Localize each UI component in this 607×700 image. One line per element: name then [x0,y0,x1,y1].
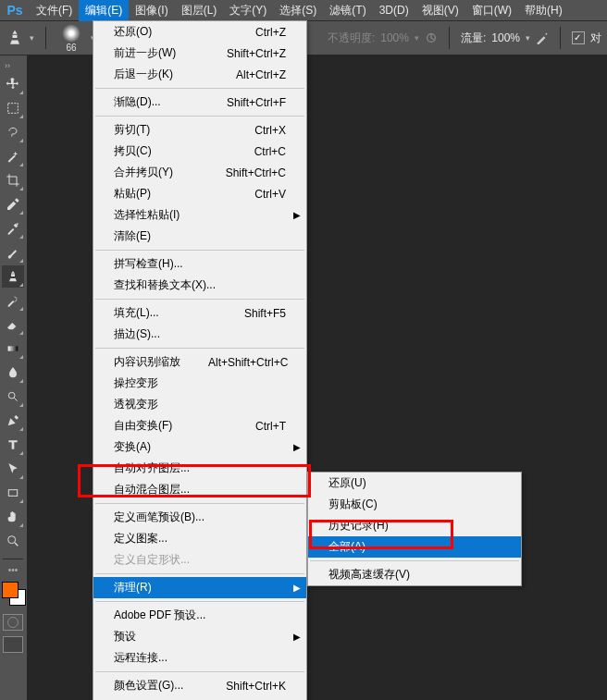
pen-tool[interactable] [2,410,24,432]
menu-select[interactable]: 选择(S) [273,0,323,21]
menu-row[interactable]: 颜色设置(G)...Shift+Ctrl+K [93,675,306,696]
edit-toolbar-icon[interactable]: ••• [8,565,19,575]
menu-row[interactable]: 清理(R)▶ [93,577,306,598]
menu-row[interactable]: 描边(S)... [93,324,306,345]
menu-type[interactable]: 文字(Y) [223,0,273,21]
menu-row-label: 远程连接... [114,650,167,666]
submenu-row[interactable]: 历史记录(H) [308,515,521,536]
quick-mask-toggle[interactable] [3,614,23,631]
submenu-row[interactable]: 还原(U) [308,473,521,494]
menu-view[interactable]: 视图(V) [415,0,465,21]
move-tool[interactable] [2,73,24,95]
menu-row[interactable]: 拷贝(C)Ctrl+C [93,141,306,162]
menu-row-shortcut: Alt+Ctrl+Z [236,68,286,81]
submenu-row-label: 视频高速缓存(V) [328,567,410,583]
menu-file[interactable]: 文件(F) [30,0,79,21]
opacity-chevron-icon[interactable]: ▾ [415,33,419,43]
gradient-tool[interactable] [2,338,24,360]
type-tool[interactable] [2,434,24,456]
menu-row[interactable]: 变换(A)▶ [93,436,306,458]
menu-row[interactable]: 自动混合图层... [93,479,306,500]
menu-row[interactable]: 自动对齐图层... [93,458,306,479]
menu-row-shortcut: Alt+Shift+Ctrl+C [208,356,288,369]
menu-row[interactable]: 选择性粘贴(I)▶ [93,204,306,226]
menu-row[interactable]: Adobe PDF 预设... [93,605,306,626]
menu-row[interactable]: 填充(L)...Shift+F5 [93,302,306,324]
rectangle-tool[interactable] [2,482,24,504]
zoom-tool[interactable] [2,530,24,552]
menu-image[interactable]: 图像(I) [129,0,174,21]
submenu-row[interactable]: 视频高速缓存(V) [308,564,521,585]
menu-row[interactable]: 前进一步(W)Shift+Ctrl+Z [93,43,306,64]
submenu-row[interactable]: 全部(A) [308,536,521,558]
hand-tool[interactable] [2,506,24,528]
menu-row[interactable]: 拼写检查(H)... [93,253,306,275]
clone-stamp-icon[interactable] [6,29,24,47]
menu-row[interactable]: 定义图案... [93,528,306,549]
menu-separator [95,601,304,602]
blur-tool[interactable] [2,362,24,384]
menu-row[interactable]: 剪切(T)Ctrl+X [93,119,306,141]
menu-row[interactable]: 合并拷贝(Y)Shift+Ctrl+C [93,162,306,183]
menu-row-label: 还原(O) [114,24,152,40]
submenu-row[interactable]: 剪贴板(C) [308,494,521,515]
menu-row-label: 定义画笔预设(B)... [114,510,204,525]
color-swatches[interactable] [1,581,25,608]
menu-3d[interactable]: 3D(D) [373,1,415,19]
menu-row-shortcut: Shift+Ctrl+K [226,680,286,693]
menu-row-label: 透视变形 [114,397,158,412]
menu-row[interactable]: 后退一步(K)Alt+Ctrl+Z [93,64,306,85]
menu-edit[interactable]: 编辑(E) [79,0,129,21]
menu-row-label: 变换(A) [114,439,151,455]
screen-mode-toggle[interactable] [3,636,23,653]
menu-row[interactable]: 查找和替换文本(X)... [93,275,306,296]
flow-value[interactable]: 100% [491,31,520,44]
marquee-tool[interactable] [2,97,24,119]
eraser-tool[interactable] [2,313,24,336]
menu-row[interactable]: 操控变形 [93,373,306,394]
history-brush-tool[interactable] [2,289,24,312]
menu-row[interactable]: 自由变换(F)Ctrl+T [93,415,306,436]
tool-preset-chevron-icon[interactable]: ▾ [30,33,34,43]
brush-preset-picker[interactable]: 66 [57,24,85,53]
dodge-tool[interactable] [2,386,24,408]
menu-help[interactable]: 帮助(H) [518,0,569,21]
airbrush-icon[interactable] [536,31,549,44]
brush-tool[interactable] [2,241,24,264]
menu-row[interactable]: 内容识别缩放Alt+Shift+Ctrl+C [93,351,306,373]
aligned-checkbox[interactable] [572,31,585,44]
menu-window[interactable]: 窗口(W) [465,0,518,21]
menu-row-shortcut: Shift+Ctrl+F [227,96,286,109]
submenu-arrow-icon: ▶ [293,210,301,220]
crop-tool[interactable] [2,169,24,191]
menu-row[interactable]: 清除(E) [93,226,306,247]
pressure-opacity-icon[interactable] [425,31,438,44]
submenu-arrow-icon: ▶ [293,632,301,642]
menu-row[interactable]: 定义画笔预设(B)... [93,507,306,528]
menu-row[interactable]: 粘贴(P)Ctrl+V [93,183,306,204]
menu-row[interactable]: 预设▶ [93,626,306,647]
menu-row-label: 自动混合图层... [114,482,190,497]
menu-row[interactable]: 远程连接... [93,647,306,669]
menu-layer[interactable]: 图层(L) [175,0,224,21]
opacity-value[interactable]: 100% [380,31,409,44]
ps-logo: Ps [4,1,26,19]
menu-filter[interactable]: 滤镜(T) [323,0,372,21]
eyedropper-tool[interactable] [2,193,24,215]
menu-row-label: 操控变形 [114,375,158,391]
menu-separator [310,560,519,561]
svg-point-1 [546,33,548,35]
toolbar-expand-icon[interactable]: ›› [1,61,25,70]
foreground-color[interactable] [2,582,19,598]
menu-row[interactable]: 还原(O)Ctrl+Z [93,21,306,43]
menu-row[interactable]: 渐隐(D)...Shift+Ctrl+F [93,92,306,113]
path-selection-tool[interactable] [2,458,24,480]
clone-stamp-tool[interactable] [2,265,24,288]
healing-brush-tool[interactable] [2,217,24,239]
flow-chevron-icon[interactable]: ▾ [526,33,530,43]
lasso-tool[interactable] [2,121,24,143]
menu-row-label: 渐隐(D)... [114,94,161,110]
magic-wand-tool[interactable] [2,145,24,167]
menu-row[interactable]: 透视变形 [93,394,306,415]
brush-preview-icon [62,24,81,43]
